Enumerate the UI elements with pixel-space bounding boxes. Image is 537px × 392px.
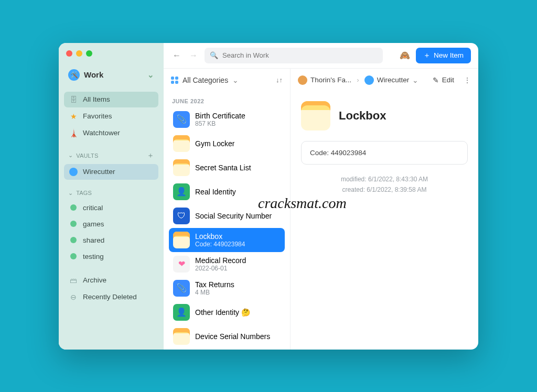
- sidebar-item-all-items[interactable]: 🗄 All Items: [64, 92, 158, 107]
- sidebar-tag-critical[interactable]: critical: [64, 200, 158, 215]
- sidebar-tag-testing[interactable]: testing: [64, 249, 158, 264]
- sidebar-item-label: All Items: [83, 95, 110, 103]
- vaults-section-header[interactable]: ⌄ VAULTS ＋: [64, 141, 158, 164]
- sidebar-item-label: games: [83, 220, 104, 228]
- sidebar-tag-games[interactable]: games: [64, 216, 158, 232]
- vault-selector-detail[interactable]: Wirecutter ⌄: [364, 75, 419, 85]
- list-item[interactable]: ❤ Medical Record2022-06-01: [169, 252, 285, 276]
- separator: ›: [357, 76, 359, 84]
- list-item[interactable]: Device Serial Numbers: [169, 324, 285, 349]
- identity-icon: 👤: [173, 304, 190, 321]
- item-list: JUNE 2022 📎 Birth Certificate857 KB Gym …: [164, 92, 290, 350]
- note-icon: [173, 159, 190, 176]
- search-field[interactable]: 🔍: [205, 48, 383, 63]
- note-icon: [173, 328, 190, 345]
- item-metadata: modified: 6/1/2022, 8:43:30 AM created: …: [301, 174, 468, 195]
- minimize-window-icon[interactable]: [76, 50, 82, 57]
- search-icon: 🔍: [210, 51, 218, 59]
- sidebar-tag-shared[interactable]: shared: [64, 233, 158, 248]
- edit-label: Edit: [442, 76, 454, 84]
- sidebar-item-label: Favorites: [83, 112, 112, 120]
- star-icon: ★: [69, 112, 78, 121]
- content-columns: All Categories ⌄ ↓↑ JUNE 2022 📎 Birth Ce…: [164, 68, 478, 350]
- sidebar-item-label: Archive: [83, 276, 106, 284]
- item-title: Tax Returns: [195, 280, 234, 289]
- document-icon: 📎: [173, 111, 190, 128]
- family-selector[interactable]: Thorin's Fa...: [298, 75, 351, 85]
- plus-icon: ＋: [423, 51, 431, 60]
- tags-section-header[interactable]: ⌄ TAGS: [64, 180, 158, 200]
- sidebar-archive[interactable]: 🗃 Archive: [64, 273, 158, 288]
- sidebar: 🛠️ Work ⌄ 🗄 All Items ★ Favorites 🗼 Watc…: [59, 43, 164, 350]
- tag-icon: [69, 253, 78, 259]
- chevron-down-icon: ⌄: [412, 76, 418, 84]
- tag-icon: [69, 221, 78, 227]
- vault-label: Wirecutter: [377, 76, 410, 84]
- item-field-code[interactable]: Code: 449023984: [301, 141, 468, 165]
- shield-icon: 🛡: [173, 208, 190, 224]
- filter-label: All Categories: [182, 76, 228, 84]
- app-window: 🛠️ Work ⌄ 🗄 All Items ★ Favorites 🗼 Watc…: [59, 43, 478, 350]
- detail-header: Thorin's Fa... › Wirecutter ⌄ ✎ Edit ⋮: [291, 69, 478, 92]
- identity-icon: 👤: [173, 183, 190, 200]
- search-input[interactable]: [222, 51, 378, 59]
- chevron-down-icon: ⌄: [147, 70, 154, 80]
- pencil-icon: ✎: [433, 76, 439, 84]
- wrench-icon: 🛠️: [68, 69, 80, 81]
- item-title: Real Identity: [195, 188, 236, 196]
- main-pane: ← → 🔍 🙈 ＋ New Item All Categories ⌄ ↓↑: [164, 43, 478, 350]
- sidebar-recently-deleted[interactable]: ⊖ Recently Deleted: [64, 289, 158, 305]
- sidebar-item-label: critical: [83, 204, 103, 212]
- item-title: Birth Certificate: [195, 112, 245, 120]
- item-title: Gym Locker: [195, 139, 234, 148]
- list-item[interactable]: 📎 Tax Returns4 MB: [169, 276, 285, 300]
- sidebar-item-favorites[interactable]: ★ Favorites: [64, 108, 158, 124]
- item-subtitle: Code: 449023984: [195, 241, 245, 248]
- item-title: Device Serial Numbers: [195, 332, 270, 341]
- item-subtitle: 2022-06-01: [195, 265, 246, 272]
- sidebar-item-label: Watchtower: [83, 129, 120, 137]
- privacy-mode-icon[interactable]: 🙈: [399, 50, 411, 61]
- note-icon: [173, 232, 190, 248]
- list-item[interactable]: Gym Locker: [169, 132, 285, 156]
- sidebar-vault-wirecutter[interactable]: Wirecutter: [64, 164, 158, 180]
- vault-selector[interactable]: 🛠️ Work ⌄: [64, 66, 158, 84]
- tower-icon: 🗼: [69, 129, 78, 137]
- list-item[interactable]: 🛡 Social Security Number: [169, 204, 285, 228]
- family-label: Thorin's Fa...: [310, 76, 351, 84]
- item-list-column: All Categories ⌄ ↓↑ JUNE 2022 📎 Birth Ce…: [164, 69, 291, 350]
- forward-button[interactable]: →: [188, 50, 199, 61]
- cabinet-icon: 🗄: [69, 95, 78, 104]
- section-label: VAULTS: [76, 153, 98, 159]
- back-button[interactable]: ←: [171, 50, 182, 61]
- sidebar-item-label: testing: [83, 253, 104, 260]
- detail-body: Lockbox Code: 449023984 modified: 6/1/20…: [291, 92, 478, 350]
- sidebar-item-label: shared: [83, 236, 104, 244]
- item-title: Secret Santa List: [195, 164, 251, 172]
- item-subtitle: 4 MB: [195, 289, 234, 296]
- globe-icon: [69, 168, 78, 176]
- new-item-button[interactable]: ＋ New Item: [416, 48, 471, 63]
- chevron-down-icon: ⌄: [68, 152, 73, 159]
- medical-icon: ❤: [173, 256, 190, 273]
- item-title: Lockbox: [339, 109, 386, 123]
- list-item[interactable]: 👤 Other Identity 🤔: [169, 300, 285, 324]
- more-button[interactable]: ⋮: [464, 76, 471, 84]
- list-item-selected[interactable]: LockboxCode: 449023984: [169, 228, 285, 252]
- sidebar-item-watchtower[interactable]: 🗼 Watchtower: [64, 125, 158, 141]
- globe-icon: [364, 75, 374, 85]
- close-window-icon[interactable]: [66, 50, 72, 57]
- fullscreen-window-icon[interactable]: [86, 50, 92, 57]
- category-filter[interactable]: All Categories ⌄ ↓↑: [164, 69, 290, 92]
- list-item[interactable]: 👤 Real Identity: [169, 180, 285, 204]
- sidebar-item-label: Recently Deleted: [83, 293, 137, 301]
- list-item[interactable]: 📎 Birth Certificate857 KB: [169, 107, 285, 132]
- new-item-label: New Item: [434, 51, 464, 59]
- add-vault-button[interactable]: ＋: [147, 151, 154, 160]
- edit-button[interactable]: ✎ Edit: [433, 76, 454, 84]
- list-item[interactable]: Secret Santa List: [169, 156, 285, 180]
- item-title: Other Identity 🤔: [195, 308, 250, 317]
- item-title: Medical Record: [195, 256, 246, 265]
- sort-button[interactable]: ↓↑: [276, 76, 283, 84]
- item-title: Social Security Number: [195, 212, 272, 220]
